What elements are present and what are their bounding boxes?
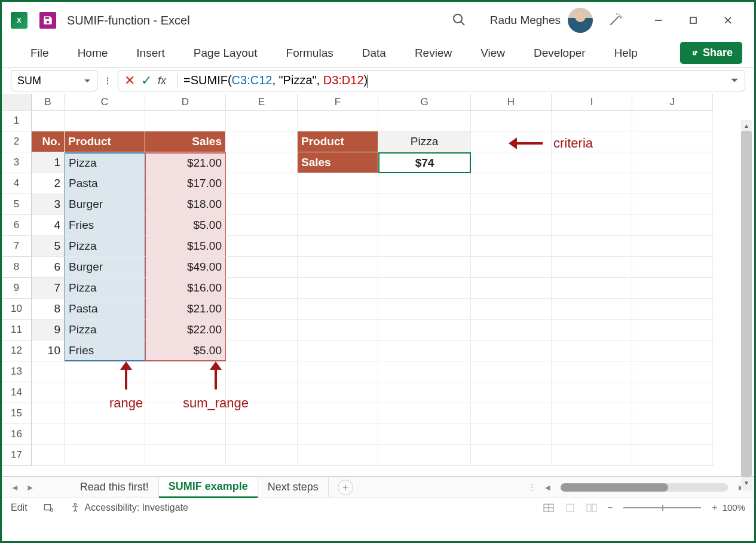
sheet-options-icon[interactable]: ⋮ xyxy=(528,483,536,492)
row-header[interactable]: 13 xyxy=(2,361,32,382)
maximize-button[interactable] xyxy=(679,8,708,32)
row-header[interactable]: 4 xyxy=(2,173,32,194)
select-all-corner[interactable] xyxy=(2,94,32,111)
cell[interactable]: Burger xyxy=(65,194,145,215)
page-layout-view-icon[interactable] xyxy=(562,501,579,514)
cell[interactable]: 2 xyxy=(32,173,65,194)
cell[interactable]: 7 xyxy=(32,278,65,299)
col-header[interactable]: D xyxy=(145,94,226,111)
minimize-button[interactable] xyxy=(644,8,673,32)
share-button[interactable]: Share xyxy=(680,42,742,64)
col-header[interactable]: H xyxy=(471,94,552,111)
sheet-nav-prev-icon[interactable]: ◄ xyxy=(11,483,19,492)
accessibility-status[interactable]: Accessibility: Investigate xyxy=(69,502,188,514)
row-header[interactable]: 2 xyxy=(2,131,32,152)
cell[interactable]: 5 xyxy=(32,236,65,257)
row-header[interactable]: 10 xyxy=(2,299,32,320)
cell[interactable]: Product xyxy=(298,131,378,152)
row-header[interactable]: 6 xyxy=(2,215,32,236)
expand-formula-bar-icon[interactable] xyxy=(730,76,739,86)
row-header[interactable]: 1 xyxy=(2,111,32,131)
scroll-down-icon[interactable]: ▼ xyxy=(741,477,752,488)
row-header[interactable]: 16 xyxy=(2,424,32,445)
cell[interactable]: $16.00 xyxy=(145,278,226,299)
zoom-in-icon[interactable]: + xyxy=(712,502,717,513)
cell[interactable]: 4 xyxy=(32,215,65,236)
tab-help[interactable]: Help xyxy=(604,42,648,65)
formula-bar[interactable]: ✕ ✓ fx =SUMIF(C3:C12, "Pizza", D3:D12) xyxy=(118,70,745,91)
sheet-tab[interactable]: Read this first! xyxy=(71,477,159,497)
cell[interactable]: Product xyxy=(65,131,145,152)
cell[interactable]: Pizza xyxy=(65,152,145,173)
scrollbar-thumb[interactable] xyxy=(741,131,752,477)
tab-home[interactable]: Home xyxy=(67,42,119,65)
row-header[interactable]: 11 xyxy=(2,320,32,340)
cell[interactable]: 6 xyxy=(32,257,65,278)
add-sheet-icon[interactable]: + xyxy=(338,480,353,495)
tab-view[interactable]: View xyxy=(470,42,516,65)
col-header[interactable]: B xyxy=(32,94,65,111)
col-header[interactable]: C xyxy=(65,94,145,111)
row-header[interactable]: 3 xyxy=(2,152,32,173)
hscroll-left-icon[interactable]: ◄ xyxy=(543,483,552,492)
macro-record-icon[interactable] xyxy=(42,502,54,513)
cell[interactable]: Pasta xyxy=(65,299,145,320)
tab-review[interactable]: Review xyxy=(404,42,463,65)
worksheet-grid[interactable]: 1 2 3 4 5 6 7 8 9 10 11 12 13 14 15 16 1… xyxy=(2,94,754,476)
vertical-scrollbar[interactable]: ▲ ▼ xyxy=(741,120,752,490)
save-icon[interactable] xyxy=(39,12,56,29)
scroll-up-icon[interactable]: ▲ xyxy=(741,120,752,131)
cell[interactable]: 3 xyxy=(32,194,65,215)
cell[interactable]: Pizza xyxy=(65,278,145,299)
search-icon[interactable] xyxy=(452,13,466,29)
cell[interactable]: $5.00 xyxy=(145,340,226,361)
cell[interactable]: 1 xyxy=(32,152,65,173)
zoom-slider[interactable] xyxy=(623,507,701,508)
cell[interactable]: $17.00 xyxy=(145,173,226,194)
page-break-view-icon[interactable] xyxy=(583,501,600,514)
active-cell[interactable]: $74 xyxy=(378,152,471,173)
col-header[interactable]: J xyxy=(632,94,713,111)
cell[interactable]: $21.00 xyxy=(145,299,226,320)
cell[interactable]: 8 xyxy=(32,299,65,320)
cell[interactable]: 10 xyxy=(32,340,65,361)
enter-icon[interactable]: ✓ xyxy=(141,73,152,88)
criteria-cell[interactable]: Pizza xyxy=(378,131,471,152)
name-box-options[interactable]: ⋮ xyxy=(102,76,113,85)
row-header[interactable]: 14 xyxy=(2,382,32,403)
tab-data[interactable]: Data xyxy=(351,42,397,65)
zoom-value[interactable]: 100% xyxy=(723,502,745,513)
zoom-out-icon[interactable]: − xyxy=(607,502,613,513)
cell[interactable]: $49.00 xyxy=(145,257,226,278)
cell[interactable]: $18.00 xyxy=(145,194,226,215)
cell[interactable]: Pasta xyxy=(65,173,145,194)
cell[interactable]: Pizza xyxy=(65,320,145,340)
row-header[interactable]: 7 xyxy=(2,236,32,257)
row-header[interactable]: 9 xyxy=(2,278,32,299)
tab-page-layout[interactable]: Page Layout xyxy=(183,42,268,65)
cell[interactable]: Sales xyxy=(145,131,226,152)
close-button[interactable] xyxy=(714,8,742,32)
col-header[interactable]: F xyxy=(298,94,378,111)
normal-view-icon[interactable] xyxy=(540,501,557,514)
sheet-tab-active[interactable]: SUMIF example xyxy=(159,477,258,498)
tab-developer[interactable]: Developer xyxy=(523,42,596,65)
cell[interactable]: $15.00 xyxy=(145,236,226,257)
sheet-nav-next-icon[interactable]: ► xyxy=(26,483,35,492)
col-header[interactable]: G xyxy=(378,94,471,111)
fx-icon[interactable]: fx xyxy=(158,75,166,87)
tab-file[interactable]: File xyxy=(20,42,60,65)
col-header[interactable]: E xyxy=(226,94,298,111)
cell[interactable]: Pizza xyxy=(65,236,145,257)
name-box[interactable]: SUM xyxy=(11,70,97,91)
tab-insert[interactable]: Insert xyxy=(126,42,176,65)
cell[interactable]: No. xyxy=(32,131,65,152)
cell[interactable]: $5.00 xyxy=(145,215,226,236)
horizontal-scrollbar[interactable] xyxy=(561,483,728,492)
formula-text[interactable]: =SUMIF(C3:C12, "Pizza", D3:D12) xyxy=(183,73,724,88)
row-header[interactable]: 5 xyxy=(2,194,32,215)
cell[interactable]: 9 xyxy=(32,320,65,340)
row-header[interactable]: 8 xyxy=(2,257,32,278)
tab-formulas[interactable]: Formulas xyxy=(276,42,344,65)
cancel-icon[interactable]: ✕ xyxy=(124,73,135,88)
